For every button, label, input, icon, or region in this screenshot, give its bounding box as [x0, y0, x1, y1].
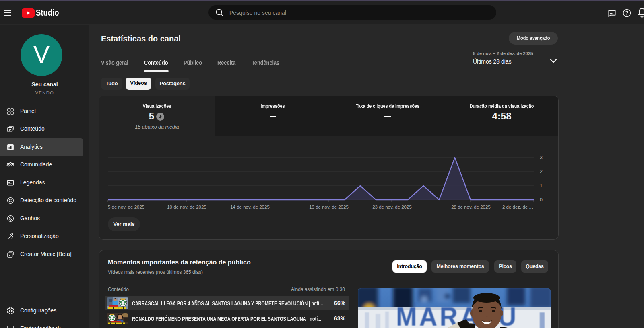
svg-text:1: 1 — [540, 183, 543, 189]
svg-text:10 de nov. de 2025: 10 de nov. de 2025 — [167, 205, 206, 209]
svg-text:23 de nov. de 2025: 23 de nov. de 2025 — [372, 205, 412, 209]
svg-text:0: 0 — [540, 197, 543, 203]
svg-text:2 de dez. de ...: 2 de dez. de ... — [502, 205, 533, 209]
svg-text:5 de nov. de 2025: 5 de nov. de 2025 — [108, 205, 144, 209]
svg-text:3: 3 — [540, 155, 543, 160]
svg-text:19 de nov. de 2025: 19 de nov. de 2025 — [309, 205, 349, 209]
svg-text:2: 2 — [540, 169, 543, 174]
svg-text:14 de nov. de 2025: 14 de nov. de 2025 — [230, 205, 270, 209]
svg-text:28 de nov. de 2025: 28 de nov. de 2025 — [451, 205, 491, 209]
